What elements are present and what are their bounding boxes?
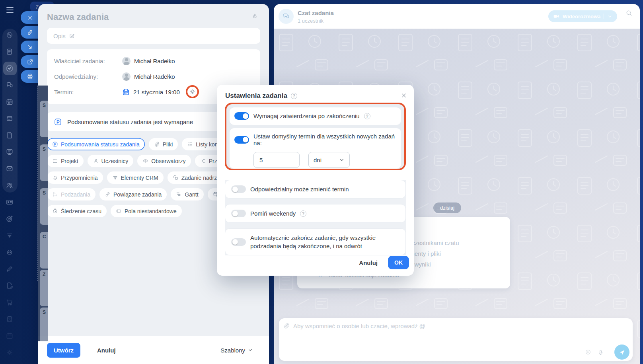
create-button[interactable]: Utwórz (47, 343, 80, 358)
send-button[interactable] (614, 345, 629, 360)
sidebar-divider (4, 21, 15, 21)
field-label: Odpowiedzialny: (54, 73, 122, 80)
sidebar-item-feed[interactable] (6, 48, 14, 56)
default-deadline-value-input[interactable] (253, 152, 300, 168)
chevron-down-icon[interactable] (607, 14, 612, 19)
highlight-ring: Wymagaj zatwierdzenia po zakończeniu?Ust… (225, 103, 406, 170)
underlay-strip: SSSCZS (38, 86, 48, 341)
sidebar-item-board[interactable] (6, 148, 14, 156)
subtask-icon (52, 191, 58, 197)
help-icon[interactable]: ? (291, 93, 297, 99)
modal-close-icon[interactable] (400, 92, 407, 99)
chip-label: Elementy CRM (121, 175, 158, 181)
chevron-down-icon (247, 347, 253, 353)
toggle-2[interactable] (231, 185, 246, 193)
sidebar-item-calendar2[interactable] (6, 332, 14, 340)
deadline-settings-gear[interactable] (186, 85, 199, 98)
description-field[interactable]: Opis (47, 28, 260, 44)
option-label: Ustaw domyślny termin dla wszystkich now… (253, 133, 396, 146)
sidebar-item-funnel[interactable] (6, 232, 14, 239)
toggle-3[interactable] (231, 210, 246, 217)
chat-date-badge: dzisiaj (433, 202, 461, 213)
menu-icon[interactable] (5, 5, 15, 15)
deadline-unit-select[interactable]: dni (308, 152, 350, 168)
option-label: Wymagaj zatwierdzenia po zakończeniu (253, 113, 360, 119)
slider-link-button[interactable] (21, 26, 39, 39)
field-row-0: Właściciel zadania:Michał Radełko (54, 56, 175, 66)
chip-projekt[interactable]: Projekt (47, 155, 84, 167)
slider-resize-handle[interactable] (37, 86, 38, 281)
toggle-0[interactable] (234, 112, 249, 120)
sidebar-item-cart[interactable] (6, 298, 14, 306)
fieldbox-icon (116, 208, 122, 214)
underlay-card: S (40, 308, 48, 341)
sidebar-item-chats[interactable] (6, 81, 14, 89)
underlay-card: S (40, 144, 48, 181)
chip-label: Powiązane zadania (113, 191, 162, 198)
search-icon[interactable] (625, 10, 632, 16)
slider-close-button[interactable] (21, 11, 39, 24)
toggle-1[interactable] (234, 136, 249, 144)
sidebar-item-robot[interactable] (6, 248, 14, 256)
field-value[interactable]: Michał Radełko (134, 58, 175, 64)
chip-elementy-crm[interactable]: Elementy CRM (107, 171, 164, 184)
sidebar-item-calendar[interactable] (6, 98, 14, 106)
field-label: Właściciel zadania: (54, 58, 122, 64)
sidebar-item-pen[interactable] (6, 265, 14, 273)
sidebar-item-tasks[interactable] (6, 64, 14, 72)
sidebar-item-gear[interactable] (6, 348, 14, 356)
gantt-icon (176, 191, 182, 197)
attach-icon[interactable] (283, 323, 290, 329)
option-label: Pomiń weekendy (250, 209, 296, 218)
slider-collapse-button[interactable] (21, 41, 39, 53)
chip-label: Uczestnicy (101, 158, 129, 164)
help-icon[interactable]: ? (300, 210, 306, 217)
video-divider (604, 14, 604, 19)
chip-gantt[interactable]: Gantt (171, 188, 203, 200)
sidebar-item-drive[interactable] (6, 115, 14, 123)
chip-podsumowania-statusu-zadania[interactable]: Podsumowania statusu zadania (47, 138, 145, 150)
cancel-button[interactable]: Anuluj (97, 347, 116, 354)
emoji-icon[interactable] (585, 349, 591, 355)
eye-icon (142, 158, 148, 164)
sidebar-item-store[interactable] (6, 315, 14, 323)
chip-śledzenie-czasu[interactable]: Śledzenie czasu (47, 205, 107, 217)
chip-pola-niestandardowe[interactable]: Pola niestandardowe (111, 205, 182, 217)
field-value[interactable]: Michał Radełko (134, 73, 175, 80)
slider-open-new-button[interactable] (21, 55, 39, 68)
sidebar-item-people[interactable] (6, 181, 14, 189)
slider-print-button[interactable] (21, 70, 39, 83)
chip-powiązane-zadania[interactable]: Powiązane zadania (99, 188, 167, 200)
templates-dropdown[interactable]: Szablony (220, 347, 253, 354)
unit-value: dni (314, 157, 322, 164)
chip-obserwatorzy[interactable]: Obserwatorzy (137, 155, 191, 167)
sidebar-item-idcard[interactable] (6, 198, 14, 206)
video-call-button[interactable]: Wideorozmowa (548, 10, 617, 22)
field-value[interactable]: 21 stycznia 19:00 (133, 89, 180, 95)
modal-cancel-button[interactable]: Anuluj (359, 259, 378, 266)
help-icon[interactable]: ? (364, 113, 370, 119)
task-name-input[interactable]: Nazwa zadania (47, 12, 109, 22)
field-label: Termin: (54, 89, 122, 95)
sidebar-item-target[interactable] (6, 215, 14, 223)
flame-icon[interactable] (251, 13, 259, 21)
app-sidebar (0, 0, 19, 364)
chip-uczestnicy[interactable]: Uczestnicy (88, 155, 134, 167)
calendar-icon (122, 88, 130, 96)
sidebar-item-network[interactable] (6, 31, 14, 39)
field-row-2: Termin:21 stycznia 19:00 (54, 87, 180, 97)
templates-label: Szablony (220, 347, 245, 354)
folder-icon (52, 158, 58, 164)
toggle-4[interactable] (231, 238, 246, 246)
chip-pliki[interactable]: Pliki (149, 138, 178, 150)
sidebar-item-mail[interactable] (6, 165, 14, 173)
chat-input[interactable]: Aby wspomnieć o osobie lub czacie, wprow… (279, 318, 633, 361)
modal-ok-button[interactable]: OK (388, 256, 409, 269)
chat-input-placeholder: Aby wspomnieć o osobie lub czacie, wprow… (293, 323, 425, 329)
chip-przypomnienia[interactable]: Przypomnienia (47, 171, 103, 184)
microphone-icon[interactable] (597, 349, 604, 356)
camera-icon (553, 13, 559, 19)
sidebar-item-docpen[interactable] (6, 282, 14, 290)
sidebar-item-document[interactable] (6, 131, 14, 139)
chat-avatar (279, 9, 294, 24)
